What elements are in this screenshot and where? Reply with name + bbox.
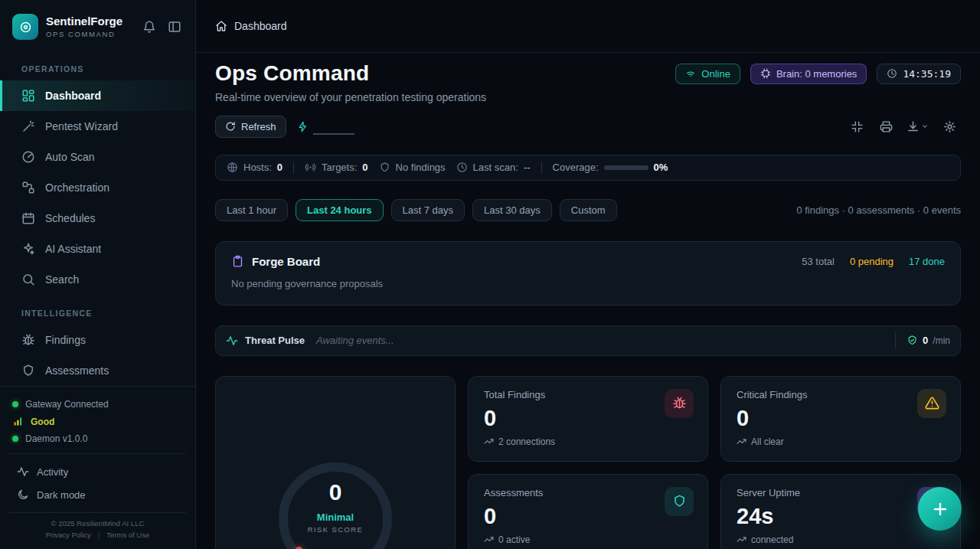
findings-stat: No findings [379,162,446,173]
forge-done: 17 done [909,256,945,267]
targets-stat: Targets: 0 [305,162,368,173]
pulse-icon [226,335,238,347]
notifications-button[interactable] [141,18,158,35]
threat-pulse-rate: 0 /min [895,332,950,349]
health-status: Good [12,413,183,430]
brand-actions [141,18,183,35]
stat-card-title: Critical Findings [737,389,945,400]
sidebar-item-orchestration[interactable]: Orchestration [0,172,195,203]
search-icon [21,273,35,286]
section-label-intelligence: INTELLIGENCE [0,295,195,325]
inline-title-input[interactable] [313,118,354,135]
time-range-tabs: Last 1 hour Last 24 hours Last 7 days La… [215,199,961,221]
threat-pulse-title: Threat Pulse [245,335,305,346]
wifi-icon [685,68,696,79]
brain-memories-badge[interactable]: Brain: 0 memories [750,64,867,84]
clock-icon [887,68,897,79]
minimize-icon [851,120,864,133]
tab-last-7-days[interactable]: Last 7 days [391,199,466,221]
plus-icon [931,500,949,518]
sidebar-nav: OPERATIONS Dashboard Pentest Wizard Auto… [0,51,195,386]
health-status-label: Good [31,417,54,427]
breadcrumb[interactable]: Dashboard [234,20,287,32]
nav-label: Assessments [45,364,109,377]
stat-card-meta: All clear [737,436,945,447]
trending-up-icon [484,436,494,446]
sidebar-item-search[interactable]: Search [0,264,195,295]
sidebar-item-dashboard[interactable]: Dashboard [0,80,195,111]
refresh-button[interactable]: Refresh [215,116,286,138]
coverage-progress-bar [604,165,648,170]
dark-mode-toggle[interactable]: Dark mode [12,483,183,506]
coverage-label: Coverage: [553,162,599,173]
main-content: Dashboard Ops Command Online Brain: 0 me… [196,0,980,549]
gateway-status: Gateway Connected [12,396,183,413]
forge-board-header: Forge Board 53 total 0 pending 17 done [231,255,945,268]
sidebar-item-findings[interactable]: Findings [0,325,195,355]
panel-left-icon [168,20,181,34]
nav-label: Pentest Wizard [45,120,118,132]
forge-pending: 0 pending [850,256,893,267]
stat-card-value: 0 [737,406,945,431]
tab-last-24-hours[interactable]: Last 24 hours [296,199,384,221]
forge-board-title: Forge Board [252,255,320,268]
coverage-percent: 0% [654,162,668,173]
coverage-stat: Coverage: 0% [553,162,668,173]
calendar-icon [21,211,35,225]
add-action-fab[interactable] [918,487,962,531]
print-button[interactable] [874,116,897,137]
threat-pulse-bar: Threat Pulse Awaiting events... 0 /min [215,325,961,356]
brain-label: Brain: 0 memories [776,68,857,80]
stat-card-title: Assessments [484,487,692,498]
nav-label: Auto Scan [45,151,95,163]
risk-gauge: 0 Minimal RISK SCORE [274,458,397,549]
green-status-dot-icon [12,436,18,442]
sidebar-item-pentest-wizard[interactable]: Pentest Wizard [0,111,195,142]
download-menu-button[interactable] [903,116,932,137]
trending-up-icon [737,436,746,446]
alert-triangle-icon [917,389,946,418]
radar-icon [21,150,35,164]
page-subtitle: Real-time overview of your penetration t… [215,91,961,103]
clock-icon [456,162,468,173]
toolbar-icon-buttons [845,116,961,137]
brand-subtitle: OPS COMMAND [46,31,122,38]
stat-card-meta-text: All clear [751,436,784,447]
daemon-status: Daemon v1.0.0 [12,430,183,447]
nav-label: Schedules [45,212,95,224]
collapse-sidebar-button[interactable] [166,18,183,35]
privacy-policy-link[interactable]: Privacy Policy [46,531,91,539]
sparkles-icon [21,242,35,256]
minimize-button[interactable] [845,116,868,137]
sidebar-item-ai-assistant[interactable]: AI Assistant [0,234,195,264]
layout-dashboard-icon [21,89,35,103]
activity-button[interactable]: Activity [12,460,183,483]
stat-card-meta: 0 active [484,534,692,545]
home-icon [215,20,227,32]
trending-up-icon [737,534,746,544]
stats-grid: 0 Minimal RISK SCORE Total Findings 0 2 … [215,376,961,549]
risk-score-caption: RISK SCORE [274,525,397,534]
nav-label: Search [45,273,79,286]
stat-card-assessments: Assessments 0 0 active [468,474,708,549]
signal-bars-icon [12,416,24,427]
bug-icon [665,389,694,418]
bolt-icon [297,121,309,132]
stat-card-meta: 2 connections [484,436,692,447]
settings-button[interactable] [938,116,961,137]
section-label-operations: OPERATIONS [0,51,195,80]
tab-last-30-days[interactable]: Last 30 days [472,199,552,221]
sidebar-item-auto-scan[interactable]: Auto Scan [0,142,195,172]
activity-icon [17,466,29,478]
online-label: Online [701,68,730,80]
brand-text: SentinelForge OPS COMMAND [46,15,122,38]
online-status-badge: Online [675,64,740,84]
sidebar-item-assessments[interactable]: Assessments [0,355,195,386]
terms-link[interactable]: Terms of Use [106,531,149,539]
tab-custom[interactable]: Custom [560,199,617,221]
tab-last-1-hour[interactable]: Last 1 hour [215,199,288,221]
legal-separator: | [98,531,100,539]
sidebar-item-schedules[interactable]: Schedules [0,203,195,234]
stat-card-meta: connected [737,534,945,545]
sidebar: SentinelForge OPS COMMAND OPERATIONS Das… [0,0,196,549]
